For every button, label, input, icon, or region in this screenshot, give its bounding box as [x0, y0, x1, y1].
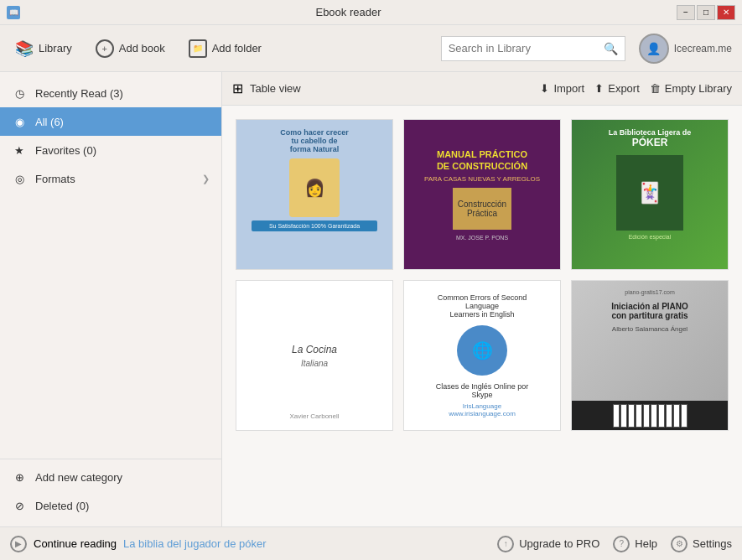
status-bar: ▶ Continue reading La biblia del jugador… — [0, 526, 742, 560]
sidebar-item-favorites[interactable]: ★ Favorites (0) — [0, 136, 221, 164]
title-bar-left: 📖 — [7, 6, 20, 19]
book-5-image: 🌐 — [457, 325, 507, 376]
add-folder-button[interactable]: 📁 Add folder — [184, 36, 267, 61]
library-button[interactable]: 📚 Library — [10, 36, 77, 61]
sidebar-item-favorites-label: Favorites (0) — [35, 144, 96, 157]
sidebar-item-recently-read-label: Recently Read (3) — [35, 87, 123, 100]
library-icon: 📚 — [15, 39, 34, 58]
deleted-label: Deleted (0) — [35, 500, 89, 512]
piano-key-w4 — [636, 404, 642, 428]
book-3-subtitle: PÓKER — [632, 137, 668, 148]
book-4-author: Xavier Carbonell — [289, 412, 339, 420]
app-icon: 📖 — [7, 6, 20, 19]
piano-key-w10 — [681, 404, 688, 428]
book-grid: Como hacer crecertu cabello deforma Natu… — [222, 106, 742, 526]
deleted-icon: ⊘ — [12, 498, 27, 513]
sidebar-item-recently-read[interactable]: ◷ Recently Read (3) — [0, 79, 221, 107]
book-6-title: Iniciación al PIANOcon partitura gratis — [611, 302, 688, 320]
table-view-icon: ⊞ — [232, 80, 243, 96]
empty-library-button[interactable]: 🗑 Empty Library — [650, 82, 732, 95]
book-3-title: La Biblioteca Ligera de — [609, 128, 692, 137]
book-card-3[interactable]: La Biblioteca Ligera de PÓKER 🃏 Edición … — [571, 119, 729, 270]
search-input[interactable] — [449, 42, 604, 54]
book-card-4[interactable]: La Cocina Italiana Xavier Carbonell — [236, 280, 393, 431]
content-toolbar-left: ⊞ Table view — [232, 80, 301, 96]
help-button[interactable]: ? Help — [613, 536, 657, 552]
library-label: Library — [39, 42, 72, 54]
continue-reading-label: Continue reading — [34, 537, 117, 550]
sidebar-item-all[interactable]: ◉ All (6) — [0, 107, 221, 136]
book-cover-5: Common Errors of SecondLanguageLearners … — [404, 281, 560, 430]
book-1-image: 👩 — [289, 158, 340, 217]
export-label: Export — [608, 82, 640, 95]
book-cover-4: La Cocina Italiana Xavier Carbonell — [236, 281, 392, 430]
upgrade-button[interactable]: ↑ Upgrade to PRO — [497, 536, 599, 552]
sidebar-item-formats[interactable]: ◎ Formats ❯ — [0, 164, 221, 193]
book-card-6[interactable]: piano-gratis17.com Iniciación al PIANOco… — [571, 280, 729, 431]
piano-key-w8 — [666, 404, 672, 428]
book-5-brand: IrisLanguagewww.irislanguage.com — [449, 402, 516, 417]
content-area: ⊞ Table view ⬇ Import ⬆ Export 🗑 Empty L… — [222, 72, 742, 526]
sidebar-item-deleted[interactable]: ⊘ Deleted (0) — [0, 491, 221, 520]
export-button[interactable]: ⬆ Export — [594, 82, 640, 95]
book-5-subtitle: Clases de Inglés Online porSkype — [436, 382, 529, 399]
book-4-title: La Cocina — [292, 344, 337, 355]
book-card-2[interactable]: MANUAL PRÁCTICODE CONSTRUCCIÓN PARA CASA… — [403, 119, 561, 270]
book-cover-2: MANUAL PRÁCTICODE CONSTRUCCIÓN PARA CASA… — [404, 120, 560, 269]
add-book-button[interactable]: + Add book — [91, 36, 170, 61]
play-icon: ▶ — [10, 536, 27, 552]
book-1-title: Como hacer crecertu cabello deforma Natu… — [280, 128, 349, 153]
profile-label: Icecream.me — [674, 43, 732, 54]
settings-label: Settings — [693, 537, 732, 550]
add-folder-icon: 📁 — [189, 39, 207, 58]
toolbar: 📚 Library + Add book 📁 Add folder 🔍 👤 Ic… — [0, 25, 742, 72]
export-icon: ⬆ — [594, 82, 604, 95]
book-2-title: MANUAL PRÁCTICODE CONSTRUCCIÓN — [437, 148, 527, 173]
book-2-subtitle: PARA CASAS NUEVAS Y ARREGLOS — [424, 175, 540, 183]
settings-icon: ⚙ — [671, 536, 688, 552]
book-card-5[interactable]: Common Errors of SecondLanguageLearners … — [403, 280, 561, 431]
profile-avatar[interactable]: 👤 — [639, 34, 669, 64]
book-2-footer: MX. JOSE P. PONS — [456, 235, 508, 241]
piano-key-w1 — [613, 404, 620, 428]
settings-button[interactable]: ⚙ Settings — [671, 536, 732, 552]
book-cover-6: piano-gratis17.com Iniciación al PIANOco… — [572, 281, 728, 430]
maximize-button[interactable]: □ — [697, 5, 715, 20]
table-view-label[interactable]: Table view — [250, 82, 301, 95]
book-cover-3: La Biblioteca Ligera de PÓKER 🃏 Edición … — [572, 120, 728, 269]
profile-section: 👤 Icecream.me — [639, 34, 732, 64]
recently-read-icon: ◷ — [12, 86, 27, 101]
add-book-icon: + — [96, 39, 114, 58]
minimize-button[interactable]: − — [677, 5, 695, 20]
trash-icon: 🗑 — [650, 82, 661, 95]
add-folder-label: Add folder — [212, 42, 262, 54]
search-icon: 🔍 — [604, 42, 618, 55]
add-category-icon: ⊕ — [12, 469, 27, 485]
formats-icon: ◎ — [12, 171, 27, 186]
favorites-icon: ★ — [12, 143, 27, 158]
main-layout: ◷ Recently Read (3) ◉ All (6) ★ Favorite… — [0, 72, 742, 526]
formats-arrow-icon: ❯ — [202, 174, 210, 184]
book-3-footer: Edición especial — [629, 234, 672, 240]
status-left: ▶ Continue reading La biblia del jugador… — [10, 536, 484, 552]
import-icon: ⬇ — [540, 82, 549, 95]
sidebar-item-add-category[interactable]: ⊕ Add new category — [0, 463, 221, 491]
import-button[interactable]: ⬇ Import — [540, 82, 584, 95]
book-4-subtitle: Italiana — [301, 359, 328, 368]
sidebar-item-all-label: All (6) — [35, 116, 64, 128]
add-book-label: Add book — [119, 42, 165, 54]
piano-image — [572, 401, 728, 430]
search-box: 🔍 — [441, 36, 625, 61]
content-toolbar: ⊞ Table view ⬇ Import ⬆ Export 🗑 Empty L… — [222, 72, 742, 106]
close-button[interactable]: ✕ — [717, 5, 735, 20]
book-1-badge: Su Satisfacción 100% Garantizada — [252, 220, 376, 231]
piano-key-w6 — [651, 404, 657, 428]
book-card-1[interactable]: Como hacer crecertu cabello deforma Natu… — [236, 119, 393, 270]
window-title: Ebook reader — [20, 6, 677, 18]
piano-key-w7 — [658, 404, 665, 428]
title-bar-controls: − □ ✕ — [677, 5, 735, 20]
book-6-brand: piano-gratis17.com — [625, 289, 675, 295]
continue-reading-book[interactable]: La biblia del jugador de póker — [123, 537, 267, 550]
sidebar-bottom: ⊕ Add new category ⊘ Deleted (0) — [0, 459, 221, 520]
upgrade-icon: ↑ — [497, 536, 514, 552]
